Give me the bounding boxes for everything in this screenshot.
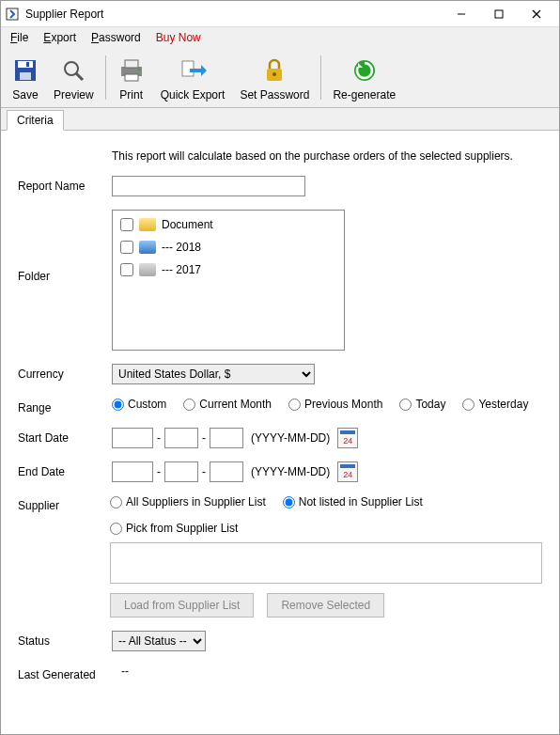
svg-rect-7 [20, 72, 31, 80]
report-name-input[interactable] [112, 176, 305, 196]
magnifier-icon [60, 54, 86, 87]
print-button[interactable]: Print [110, 50, 153, 105]
svg-rect-12 [125, 60, 138, 68]
save-button[interactable]: Save [5, 50, 46, 105]
folder-item[interactable]: --- 2018 [120, 241, 336, 254]
svg-point-14 [137, 69, 140, 71]
status-select[interactable]: -- All Status -- [112, 631, 206, 651]
minimize-button[interactable] [443, 1, 480, 27]
set-password-button[interactable]: Set Password [232, 50, 317, 105]
report-name-label: Report Name [18, 176, 112, 193]
folder-checkbox[interactable] [120, 218, 133, 231]
folder-item-label: --- 2018 [162, 241, 201, 254]
last-generated-label: Last Generated [18, 665, 121, 681]
printer-icon [117, 54, 146, 87]
folder-tree[interactable]: Document --- 2018 --- 2017 [112, 210, 345, 351]
supplier-listbox[interactable] [110, 542, 542, 584]
folder-item[interactable]: Document [120, 218, 336, 231]
quick-export-label: Quick Export [161, 88, 226, 102]
folder-icon [139, 263, 156, 276]
tab-strip: Criteria [1, 108, 559, 131]
supplier-options: All Suppliers in Supplier List Not liste… [110, 495, 542, 508]
start-date-month[interactable] [164, 428, 198, 448]
folder-checkbox[interactable] [120, 241, 133, 254]
range-custom[interactable]: Custom [112, 398, 166, 411]
svg-rect-13 [125, 74, 138, 81]
remove-selected-button[interactable]: Remove Selected [267, 593, 384, 618]
start-date-calendar-button[interactable]: 24 [337, 428, 358, 448]
status-label: Status [18, 631, 112, 648]
window-title: Supplier Report [25, 8, 443, 21]
svg-rect-6 [18, 61, 33, 68]
folder-item-label: --- 2017 [162, 263, 201, 276]
svg-rect-2 [495, 10, 503, 18]
folder-icon [139, 218, 156, 231]
title-bar: Supplier Report [1, 1, 559, 27]
folder-checkbox[interactable] [120, 263, 133, 276]
regenerate-label: Re-generate [333, 88, 396, 102]
menu-buy-now[interactable]: Buy Now [150, 29, 207, 46]
start-date-year[interactable] [112, 428, 153, 448]
svg-point-9 [65, 62, 78, 75]
lock-icon [262, 54, 287, 87]
menu-export[interactable]: Export [38, 29, 82, 46]
preview-label: Preview [54, 88, 94, 102]
close-button[interactable] [518, 1, 555, 27]
svg-line-10 [76, 73, 83, 80]
refresh-icon [351, 54, 378, 87]
save-label: Save [12, 88, 38, 102]
date-format-hint: (YYYY-MM-DD) [251, 431, 330, 445]
supplier-label: Supplier [18, 495, 110, 512]
folder-item[interactable]: --- 2017 [120, 263, 336, 276]
supplier-not-listed[interactable]: Not listed in Supplier List [283, 495, 423, 508]
supplier-all[interactable]: All Suppliers in Supplier List [110, 495, 266, 508]
svg-rect-0 [7, 8, 18, 20]
print-label: Print [119, 88, 143, 102]
preview-button[interactable]: Preview [46, 50, 101, 105]
svg-point-17 [272, 72, 276, 76]
currency-select[interactable]: United States Dollar, $ [112, 364, 315, 384]
end-date-month[interactable] [164, 461, 198, 482]
toolbar: Save Preview Print Quick Export Set Pass… [1, 48, 559, 108]
menu-password[interactable]: Password [86, 29, 147, 46]
end-date-label: End Date [18, 461, 112, 478]
regenerate-button[interactable]: Re-generate [325, 50, 403, 105]
range-previous-month[interactable]: Previous Month [288, 398, 382, 411]
end-date-year[interactable] [112, 461, 153, 482]
range-current-month[interactable]: Current Month [183, 398, 272, 411]
menu-bar: File Export Password Buy Now [1, 27, 559, 48]
folder-item-label: Document [162, 218, 213, 231]
range-options: Custom Current Month Previous Month Toda… [112, 398, 542, 411]
load-from-supplier-button[interactable]: Load from Supplier List [110, 593, 254, 618]
folder-icon [139, 241, 156, 254]
folder-label: Folder [18, 210, 112, 283]
app-icon [5, 7, 20, 22]
range-today[interactable]: Today [399, 398, 445, 411]
end-date-day[interactable] [210, 461, 243, 482]
form-area: This report will calculate based on the … [1, 131, 559, 734]
intro-text: This report will calculate based on the … [112, 149, 542, 163]
start-date-label: Start Date [18, 428, 112, 445]
tab-criteria[interactable]: Criteria [7, 110, 64, 131]
range-yesterday[interactable]: Yesterday [462, 398, 528, 411]
export-arrow-icon [179, 54, 207, 87]
set-password-label: Set Password [240, 88, 309, 102]
range-label: Range [18, 398, 112, 414]
currency-label: Currency [18, 364, 112, 381]
date-format-hint: (YYYY-MM-DD) [251, 465, 330, 478]
toolbar-separator [105, 55, 106, 100]
maximize-button[interactable] [480, 1, 518, 27]
floppy-icon [12, 54, 39, 87]
start-date-day[interactable] [210, 428, 243, 448]
end-date-calendar-button[interactable]: 24 [337, 461, 358, 482]
last-generated-value: -- [121, 665, 542, 678]
toolbar-separator [320, 55, 321, 100]
quick-export-button[interactable]: Quick Export [153, 50, 233, 105]
svg-rect-8 [26, 62, 29, 67]
menu-file[interactable]: File [5, 29, 34, 46]
supplier-pick[interactable]: Pick from Supplier List [110, 522, 542, 535]
